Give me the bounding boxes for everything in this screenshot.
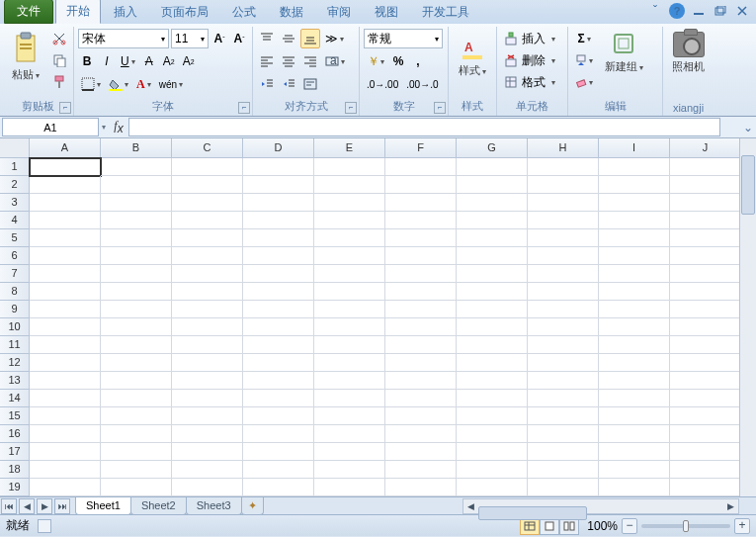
increase-decimal-button[interactable]: .0→.00: [364, 74, 401, 94]
row-header-2[interactable]: 2: [0, 176, 30, 194]
cell[interactable]: [528, 194, 599, 212]
col-header-I[interactable]: I: [599, 138, 670, 158]
cell[interactable]: [101, 425, 172, 443]
cell[interactable]: [457, 390, 528, 407]
cell[interactable]: [599, 372, 670, 390]
cell[interactable]: [243, 372, 314, 390]
tab-insert[interactable]: 插入: [103, 0, 148, 24]
cell[interactable]: [243, 443, 314, 461]
cell[interactable]: [30, 176, 101, 194]
cell[interactable]: [385, 390, 457, 407]
format-cells-button[interactable]: 格式: [501, 72, 562, 92]
cell[interactable]: [670, 443, 741, 461]
cell[interactable]: [385, 247, 457, 265]
cell[interactable]: [670, 247, 741, 265]
row-header-1[interactable]: 1: [0, 158, 30, 176]
cell[interactable]: [670, 194, 741, 212]
vscroll-thumb[interactable]: [741, 155, 755, 215]
cell[interactable]: [101, 283, 172, 301]
cell[interactable]: [30, 229, 101, 247]
cell[interactable]: [172, 265, 243, 283]
cell[interactable]: [30, 265, 101, 283]
row-header-5[interactable]: 5: [0, 229, 30, 247]
tab-review[interactable]: 审阅: [316, 0, 362, 24]
cell[interactable]: [599, 301, 670, 318]
cell[interactable]: [243, 229, 314, 247]
new-sheet-button[interactable]: ✦: [241, 497, 264, 515]
hscroll-right[interactable]: ▶: [723, 501, 738, 511]
font-dialog-launcher[interactable]: ⌐: [238, 102, 250, 114]
cell[interactable]: [172, 372, 243, 390]
align-left-button[interactable]: [257, 51, 277, 71]
cell[interactable]: [101, 479, 172, 496]
cell[interactable]: [172, 443, 243, 461]
cell[interactable]: [101, 336, 172, 354]
cell[interactable]: [457, 176, 528, 194]
sheet-nav-last[interactable]: ⏭: [54, 498, 70, 514]
cell[interactable]: [30, 461, 101, 479]
copy-button[interactable]: [49, 50, 69, 70]
cell[interactable]: [385, 283, 457, 301]
align-right-button[interactable]: [300, 51, 320, 71]
cell[interactable]: [30, 301, 101, 318]
cell[interactable]: [385, 443, 457, 461]
cell[interactable]: [101, 176, 172, 194]
zoom-out-button[interactable]: −: [622, 518, 637, 534]
cell[interactable]: [670, 318, 741, 336]
cell[interactable]: [385, 461, 457, 479]
cell[interactable]: [101, 372, 172, 390]
cell[interactable]: [243, 336, 314, 354]
sheet-nav-next[interactable]: ▶: [37, 498, 52, 514]
cell[interactable]: [101, 247, 172, 265]
col-header-D[interactable]: D: [243, 138, 314, 158]
cell[interactable]: [599, 194, 670, 212]
fill-color-button[interactable]: [106, 74, 131, 94]
col-header-B[interactable]: B: [101, 138, 172, 158]
cell[interactable]: [457, 318, 528, 336]
cell[interactable]: [314, 336, 385, 354]
cell[interactable]: [670, 212, 741, 229]
comma-button[interactable]: ,: [409, 51, 427, 71]
cell[interactable]: [457, 354, 528, 372]
cell[interactable]: [385, 229, 457, 247]
cell[interactable]: [314, 229, 385, 247]
cell[interactable]: [457, 265, 528, 283]
increase-font-button[interactable]: Aˆ: [210, 29, 228, 48]
alignment-dialog-launcher[interactable]: ⌐: [345, 102, 357, 114]
orientation-button[interactable]: ≫: [322, 29, 347, 48]
cell[interactable]: [314, 390, 385, 407]
cell[interactable]: [528, 265, 599, 283]
cell[interactable]: [599, 176, 670, 194]
sheet-nav-first[interactable]: ⏮: [1, 498, 17, 514]
cell[interactable]: [457, 301, 528, 318]
cell[interactable]: [599, 212, 670, 229]
cell[interactable]: [457, 461, 528, 479]
cell[interactable]: [385, 318, 457, 336]
cell[interactable]: [243, 425, 314, 443]
cell[interactable]: [172, 158, 243, 176]
decrease-font-button[interactable]: Aˇ: [230, 29, 248, 48]
cell[interactable]: [101, 212, 172, 229]
cut-button[interactable]: [49, 29, 69, 48]
cell[interactable]: [101, 158, 172, 176]
cell[interactable]: [314, 443, 385, 461]
cell[interactable]: [528, 176, 599, 194]
cell[interactable]: [599, 229, 670, 247]
cell[interactable]: [314, 247, 385, 265]
sheet-nav-prev[interactable]: ◀: [19, 498, 35, 514]
merge-button[interactable]: a: [322, 51, 348, 71]
cell[interactable]: [528, 247, 599, 265]
cell[interactable]: [457, 158, 528, 176]
cell[interactable]: [30, 372, 101, 390]
tab-file[interactable]: 文件: [4, 0, 53, 24]
col-header-G[interactable]: G: [457, 138, 528, 158]
cell[interactable]: [243, 407, 314, 425]
cell[interactable]: [385, 301, 457, 318]
bold-button[interactable]: B: [78, 51, 96, 71]
cell[interactable]: [243, 265, 314, 283]
cell-grid[interactable]: [30, 158, 741, 496]
cell[interactable]: [172, 247, 243, 265]
tab-formula[interactable]: 公式: [221, 0, 267, 24]
cell[interactable]: [385, 265, 457, 283]
cell[interactable]: [528, 479, 599, 496]
